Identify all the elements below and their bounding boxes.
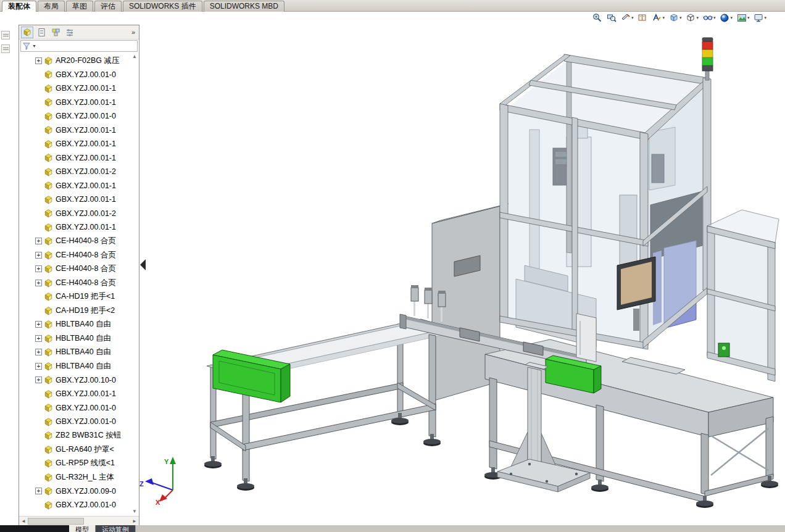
tree-item[interactable]: + HBLTBA40 自由 [19,359,130,373]
tree-item[interactable]: + GBX.YZJ.00.01-1 [19,387,130,401]
command-tab[interactable]: SOLIDWORKS 插件 [123,1,202,12]
tree-item-label: GBX.YZJ.00.01-0 [56,70,116,79]
tree-item[interactable]: + GBX.YZJ.00.01-0 [19,401,130,415]
expand-toggle-icon[interactable]: + [35,488,42,494]
tree-item[interactable]: + GBX.YZJ.00.01-0 [19,109,130,123]
panel-overflow-chevron[interactable]: » [131,28,137,36]
bottom-tab[interactable]: 运动算例 [96,525,136,532]
display-manager-icon[interactable] [64,27,76,38]
section-view-icon[interactable]: ▾ [620,12,635,23]
expand-toggle-icon[interactable]: + [35,280,42,286]
expand-toggle-icon[interactable]: + [35,376,42,383]
filter-bar[interactable]: ▼ [20,40,138,52]
tree-item-label: GBX.YZJ.00.01-1 [56,181,116,190]
tree-item[interactable]: + HBLTBA40 自由 [19,346,130,360]
tree-item[interactable]: + GBX.YZJ.00.01-1 [19,137,130,151]
dropdown-arrow-icon[interactable]: ▾ [713,15,716,20]
expand-toggle-icon[interactable]: + [35,265,42,272]
scroll-right-icon[interactable]: ► [130,518,139,524]
dropdown-arrow-icon[interactable]: ▾ [631,15,634,20]
display-style-icon[interactable]: ▾ [684,12,700,23]
tree-item[interactable]: + CE-H4040-8 合页 [19,262,130,276]
bottom-tab[interactable]: 模型 [69,525,96,532]
tree-item[interactable]: + GBX.YZJ.00.01-1 [19,81,130,96]
view-settings-icon[interactable]: ▾ [752,12,768,23]
part-icon [44,167,53,177]
tree-item[interactable]: + GBX.YZJ.00.01-1 [19,151,130,165]
dropdown-arrow-icon[interactable]: ▾ [662,15,665,20]
dropdown-arrow-icon[interactable]: ▾ [696,15,699,20]
tree-item[interactable]: + CA-HD19 把手<2 [19,304,130,318]
apply-scene-icon[interactable]: ▾ [736,12,751,23]
tree-vertical-scrollbar[interactable]: ▲ ▼ [130,52,139,516]
annotation-view-icon[interactable] [636,12,649,23]
dropdown-arrow-icon[interactable]: ▾ [730,15,733,20]
tree-item[interactable]: + HBLTBA40 自由 [19,331,130,346]
tab-label: SOLIDWORKS 插件 [129,2,196,10]
tree-item[interactable]: + GBX.YZJ.00.01-2 [19,165,130,179]
view-orientation-icon[interactable]: ▾ [668,12,683,23]
scrollbar-track[interactable] [28,517,130,525]
tree-item[interactable]: + AR20-F02BG 减压 [19,54,130,68]
tree-item[interactable]: + CE-H4040-8 合页 [19,276,130,290]
expand-toggle-icon[interactable]: + [35,57,42,64]
expand-toggle-icon[interactable]: + [35,252,42,259]
scroll-up-icon[interactable]: ▲ [132,52,137,61]
panel-collapse-arrow-icon[interactable] [140,259,146,270]
tree-item[interactable]: + GBX.YZJ.00.01-1 [19,179,130,193]
part-icon [44,292,53,301]
dropdown-arrow-icon[interactable]: ▾ [679,15,682,20]
expand-toggle-icon[interactable]: + [35,321,42,328]
featuremanager-tree-icon[interactable] [21,27,33,38]
pane-toggle-icon[interactable] [1,31,10,39]
command-tab[interactable]: SOLIDWORKS MBD [204,1,285,12]
tree-item[interactable]: + GBX.YZJ.00.01-0 [19,498,130,512]
tree-item[interactable]: + GL-R32H_L 主体 [19,470,130,484]
expand-toggle-icon[interactable]: + [35,335,42,342]
expand-toggle-icon[interactable]: + [35,238,42,244]
dropdown-arrow-icon[interactable]: ▾ [764,15,766,20]
zoom-to-fit-icon[interactable] [591,12,604,23]
edit-appearance-icon[interactable]: ▾ [718,12,734,23]
property-manager-icon[interactable] [35,27,48,38]
hide-show-items-icon[interactable]: ▾ [702,12,717,23]
expand-toggle-icon[interactable]: + [35,363,42,370]
pane-toggle-icon[interactable] [1,44,10,53]
tree-horizontal-scrollbar[interactable]: ◄ ► [19,516,139,525]
tree-item[interactable]: + GBX.YZJ.00.01-2 [19,207,130,221]
command-tab[interactable]: 评估 [94,1,122,12]
dropdown-arrow-icon[interactable]: ▾ [747,15,750,20]
panel-tabs: » [19,25,139,39]
tree-item[interactable]: + GBX.YZJ.00.01-0 [19,68,130,82]
command-tab[interactable]: 布局 [38,1,65,12]
zoom-to-area-icon[interactable] [605,12,618,23]
scroll-down-icon[interactable]: ▼ [132,507,137,516]
scroll-left-icon[interactable]: ◄ [19,518,28,524]
command-tab[interactable]: 装配体 [2,1,36,12]
tree-item[interactable]: + HBLTBA40 自由 [19,318,130,332]
part-icon [44,417,53,426]
tree-item[interactable]: + GBX.YZJ.00.01-0 [19,415,130,429]
triad-z-label: Z [139,480,144,488]
tree-item[interactable]: + CE-H4040-8 合页 [19,235,130,249]
text-annotation-icon[interactable]: ▾ [650,12,666,23]
tree-item[interactable]: + CA-HD19 把手<1 [19,290,130,304]
tab-label: 评估 [101,2,115,10]
right-enclosure [707,210,779,381]
scrollbar-thumb[interactable] [28,518,84,525]
part-icon [44,334,53,343]
command-tab[interactable]: 草图 [66,1,93,12]
tree-item[interactable]: + GL-RA640 护罩< [19,443,130,457]
tree-item[interactable]: + GBX.YZJ.00.01-1 [19,96,130,110]
tree-item[interactable]: + GBX.YZJ.00.10-0 [19,373,130,388]
tree-item[interactable]: + ZB2 BWB31C 按钮 [19,429,130,443]
tree-item[interactable]: + GBX.YZJ.00.01-1 [19,220,130,235]
tree-item[interactable]: + GBX.YZJ.00.01-1 [19,123,130,138]
filter-dropdown-arrow-icon[interactable]: ▼ [32,44,36,49]
tree-item[interactable]: + GL-RP5P 线缆<1 [19,457,130,471]
tree-item[interactable]: + CE-H4040-8 合页 [19,248,130,262]
configuration-manager-icon[interactable] [49,27,62,38]
expand-toggle-icon[interactable]: + [35,349,42,355]
tree-item[interactable]: + GBX.YZJ.00.01-1 [19,193,130,207]
tree-item[interactable]: + GBX.YZJ.00.09-0 [19,484,130,499]
